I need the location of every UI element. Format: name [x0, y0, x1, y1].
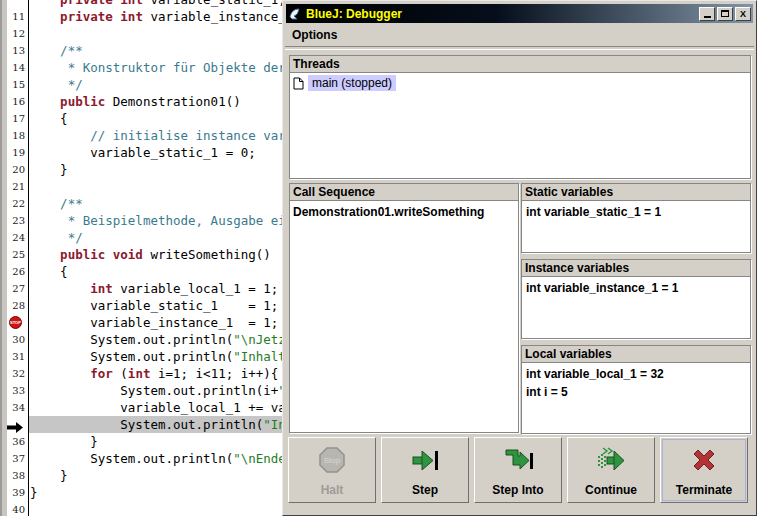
code-line[interactable]: for (int i=1; i<11; i++){	[30, 365, 278, 382]
code-line[interactable]: variable_instance_1 = 1;	[30, 314, 278, 331]
thread-label: main (stopped)	[308, 75, 396, 91]
call-sequence-item[interactable]: Demonstration01.writeSomething	[290, 202, 518, 219]
continue-arrow-icon	[596, 444, 626, 476]
code-line[interactable]: System.out.println("\nEnde	[30, 450, 293, 467]
instance-variables-panel: Instance variables int variable_instance…	[521, 259, 751, 339]
line-number[interactable]: 30	[6, 331, 25, 348]
line-number[interactable]: 40	[6, 501, 25, 516]
line-number[interactable]: 38	[6, 467, 25, 484]
code-line[interactable]: */	[30, 76, 83, 93]
step-into-arrow-icon	[503, 444, 533, 476]
line-number[interactable]: 13	[6, 42, 25, 59]
close-button[interactable]: X	[735, 7, 751, 21]
continue-button[interactable]: Continue	[567, 437, 655, 503]
window-title: BlueJ: Debugger	[306, 7, 697, 21]
line-number[interactable]: 12	[6, 25, 25, 42]
minimize-icon	[704, 16, 711, 18]
code-line[interactable]: System.out.println("\nJetzt	[30, 331, 301, 348]
terminate-button[interactable]: Terminate	[660, 437, 748, 503]
code-line[interactable]: /**	[30, 195, 83, 212]
line-number[interactable]: 26	[6, 263, 25, 280]
line-number[interactable]: 16	[6, 93, 25, 110]
code-line[interactable]: public Demonstration01()	[30, 93, 241, 110]
call-sequence-list[interactable]: Demonstration01.writeSomething	[290, 202, 518, 432]
editor-rows: private int variable_static_1;11 private…	[0, 0, 285, 516]
line-number[interactable]: 22	[6, 195, 25, 212]
local-variables-header: Local variables	[522, 346, 750, 363]
static-variables-panel: Static variables int variable_static_1 =…	[521, 183, 751, 253]
instance-variables-list[interactable]: int variable_instance_1 = 1	[522, 278, 750, 338]
code-line[interactable]: public void writeSomething()	[30, 246, 271, 263]
line-number[interactable]: 33	[6, 382, 25, 399]
code-line[interactable]: private int variable_instance_1;	[30, 8, 301, 25]
thread-document-icon	[293, 77, 304, 90]
line-number[interactable]: 11	[6, 8, 25, 25]
code-line[interactable]: }	[30, 484, 38, 501]
terminate-cross-icon	[689, 444, 719, 476]
code-line[interactable]: variable_local_1 += varia	[30, 399, 308, 416]
menu-bar: Options	[286, 24, 753, 45]
code-editor[interactable]: private int variable_static_1;11 private…	[0, 0, 285, 516]
threads-header: Threads	[290, 56, 750, 73]
code-line[interactable]: }	[30, 433, 98, 450]
code-line[interactable]: * Beispielmethode, Ausgabe ein	[30, 212, 293, 229]
halt-label: Halt	[321, 483, 344, 497]
code-line[interactable]: int variable_local_1 = 1;	[30, 280, 278, 297]
maximize-button[interactable]	[717, 7, 733, 21]
step-into-button[interactable]: Step Into	[474, 437, 562, 503]
code-line[interactable]: {	[30, 263, 68, 280]
code-line[interactable]: variable_static_1 = 0;	[30, 144, 256, 161]
code-line[interactable]: /**	[30, 42, 83, 59]
code-line[interactable]: System.out.println(i+". "	[30, 382, 308, 399]
line-number[interactable]: 28	[6, 297, 25, 314]
code-line[interactable]: */	[30, 229, 83, 246]
local-variables-list[interactable]: int variable_local_1 = 32 int i = 5	[522, 364, 750, 433]
code-line[interactable]: }	[30, 161, 68, 178]
halt-button[interactable]: Stop Halt	[288, 437, 376, 503]
code-line[interactable]: {	[30, 110, 68, 127]
breakpoint-icon[interactable]: STOP	[9, 316, 22, 329]
line-number[interactable]: 23	[6, 212, 25, 229]
menu-options[interactable]: Options	[286, 26, 343, 44]
line-number[interactable]: 25	[6, 246, 25, 263]
step-button[interactable]: Step	[381, 437, 469, 503]
title-bar[interactable]: BlueJ: Debugger X	[286, 4, 753, 23]
line-number[interactable]: 20	[6, 161, 25, 178]
line-number[interactable]: 32	[6, 365, 25, 382]
code-line[interactable]: System.out.println("Inhalt	[30, 416, 316, 433]
local-variable-item[interactable]: int i = 5	[522, 382, 750, 400]
line-number[interactable]: 36	[6, 433, 25, 450]
threads-list[interactable]: main (stopped)	[290, 74, 750, 178]
instance-variable-item[interactable]: int variable_instance_1 = 1	[522, 278, 750, 296]
halt-stop-octagon-icon: Stop	[317, 444, 347, 476]
line-number[interactable]: 34	[6, 399, 25, 416]
thread-list-item[interactable]: main (stopped)	[290, 74, 750, 92]
line-number[interactable]: 17	[6, 110, 25, 127]
code-line[interactable]: variable_static_1 = 1;	[30, 297, 278, 314]
continue-label: Continue	[585, 483, 637, 497]
instance-variables-header: Instance variables	[522, 260, 750, 277]
line-number[interactable]: 19	[6, 144, 25, 161]
line-number[interactable]: 24	[6, 229, 25, 246]
code-line[interactable]: private int variable_static_1;	[30, 0, 286, 8]
minimize-button[interactable]	[699, 7, 715, 21]
line-number[interactable]: 39	[6, 484, 25, 501]
line-number[interactable]: 21	[6, 178, 25, 195]
code-line[interactable]: }	[30, 467, 68, 484]
local-variables-panel: Local variables int variable_local_1 = 3…	[521, 345, 751, 434]
line-number[interactable]: 15	[6, 76, 25, 93]
static-variable-item[interactable]: int variable_static_1 = 1	[522, 202, 750, 220]
static-variables-list[interactable]: int variable_static_1 = 1	[522, 202, 750, 252]
line-number[interactable]: 27	[6, 280, 25, 297]
step-into-label: Step Into	[492, 483, 543, 497]
code-line[interactable]: System.out.println("Inhalt	[30, 348, 293, 365]
local-variable-item[interactable]: int variable_local_1 = 32	[522, 364, 750, 382]
maximize-icon	[721, 10, 729, 17]
line-number[interactable]: 18	[6, 127, 25, 144]
line-number[interactable]: 14	[6, 59, 25, 76]
debugger-window: BlueJ: Debugger X Options Threads main (…	[282, 0, 757, 516]
bluej-app-icon	[288, 7, 302, 21]
static-variables-header: Static variables	[522, 184, 750, 201]
line-number[interactable]: 31	[6, 348, 25, 365]
line-number[interactable]: 37	[6, 450, 25, 467]
